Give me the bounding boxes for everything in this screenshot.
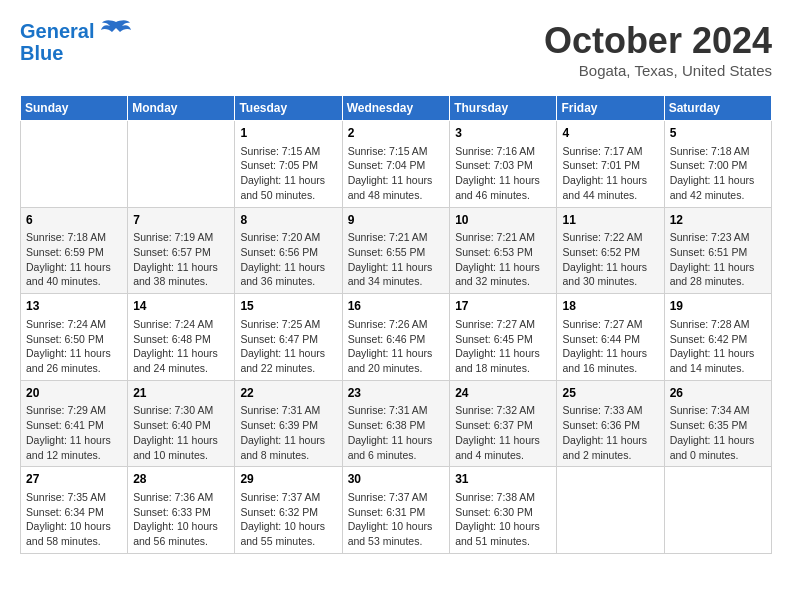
calendar-day-cell: 31Sunrise: 7:38 AM Sunset: 6:30 PM Dayli… xyxy=(450,467,557,554)
calendar-day-cell: 6Sunrise: 7:18 AM Sunset: 6:59 PM Daylig… xyxy=(21,207,128,294)
calendar-day-cell: 29Sunrise: 7:37 AM Sunset: 6:32 PM Dayli… xyxy=(235,467,342,554)
weekday-header-saturday: Saturday xyxy=(664,96,771,121)
calendar-week-5: 27Sunrise: 7:35 AM Sunset: 6:34 PM Dayli… xyxy=(21,467,772,554)
calendar-day-cell: 22Sunrise: 7:31 AM Sunset: 6:39 PM Dayli… xyxy=(235,380,342,467)
day-number: 23 xyxy=(348,385,445,402)
day-info: Sunrise: 7:37 AM Sunset: 6:31 PM Dayligh… xyxy=(348,490,445,549)
calendar-day-cell: 12Sunrise: 7:23 AM Sunset: 6:51 PM Dayli… xyxy=(664,207,771,294)
page-header: General Blue October 2024 Bogata, Texas,… xyxy=(20,20,772,79)
calendar-day-cell: 4Sunrise: 7:17 AM Sunset: 7:01 PM Daylig… xyxy=(557,121,664,208)
weekday-header-thursday: Thursday xyxy=(450,96,557,121)
day-info: Sunrise: 7:24 AM Sunset: 6:50 PM Dayligh… xyxy=(26,317,122,376)
day-number: 28 xyxy=(133,471,229,488)
day-number: 14 xyxy=(133,298,229,315)
weekday-header-row: SundayMondayTuesdayWednesdayThursdayFrid… xyxy=(21,96,772,121)
calendar-day-cell: 8Sunrise: 7:20 AM Sunset: 6:56 PM Daylig… xyxy=(235,207,342,294)
day-info: Sunrise: 7:34 AM Sunset: 6:35 PM Dayligh… xyxy=(670,403,766,462)
calendar-day-cell: 16Sunrise: 7:26 AM Sunset: 6:46 PM Dayli… xyxy=(342,294,450,381)
day-info: Sunrise: 7:35 AM Sunset: 6:34 PM Dayligh… xyxy=(26,490,122,549)
day-info: Sunrise: 7:26 AM Sunset: 6:46 PM Dayligh… xyxy=(348,317,445,376)
calendar-day-cell: 11Sunrise: 7:22 AM Sunset: 6:52 PM Dayli… xyxy=(557,207,664,294)
calendar-week-1: 1Sunrise: 7:15 AM Sunset: 7:05 PM Daylig… xyxy=(21,121,772,208)
day-number: 18 xyxy=(562,298,658,315)
day-number: 16 xyxy=(348,298,445,315)
day-number: 6 xyxy=(26,212,122,229)
calendar-day-cell: 10Sunrise: 7:21 AM Sunset: 6:53 PM Dayli… xyxy=(450,207,557,294)
calendar-day-cell: 5Sunrise: 7:18 AM Sunset: 7:00 PM Daylig… xyxy=(664,121,771,208)
day-number: 21 xyxy=(133,385,229,402)
day-number: 29 xyxy=(240,471,336,488)
calendar-day-cell: 15Sunrise: 7:25 AM Sunset: 6:47 PM Dayli… xyxy=(235,294,342,381)
day-info: Sunrise: 7:18 AM Sunset: 6:59 PM Dayligh… xyxy=(26,230,122,289)
day-info: Sunrise: 7:37 AM Sunset: 6:32 PM Dayligh… xyxy=(240,490,336,549)
day-number: 2 xyxy=(348,125,445,142)
day-info: Sunrise: 7:20 AM Sunset: 6:56 PM Dayligh… xyxy=(240,230,336,289)
day-info: Sunrise: 7:31 AM Sunset: 6:39 PM Dayligh… xyxy=(240,403,336,462)
day-number: 20 xyxy=(26,385,122,402)
calendar-table: SundayMondayTuesdayWednesdayThursdayFrid… xyxy=(20,95,772,554)
logo: General Blue xyxy=(20,20,132,64)
month-title: October 2024 xyxy=(544,20,772,62)
day-number: 17 xyxy=(455,298,551,315)
day-info: Sunrise: 7:18 AM Sunset: 7:00 PM Dayligh… xyxy=(670,144,766,203)
day-info: Sunrise: 7:27 AM Sunset: 6:44 PM Dayligh… xyxy=(562,317,658,376)
weekday-header-wednesday: Wednesday xyxy=(342,96,450,121)
calendar-day-cell: 25Sunrise: 7:33 AM Sunset: 6:36 PM Dayli… xyxy=(557,380,664,467)
day-number: 12 xyxy=(670,212,766,229)
location-subtitle: Bogata, Texas, United States xyxy=(544,62,772,79)
day-info: Sunrise: 7:25 AM Sunset: 6:47 PM Dayligh… xyxy=(240,317,336,376)
day-number: 9 xyxy=(348,212,445,229)
calendar-day-cell xyxy=(557,467,664,554)
day-info: Sunrise: 7:15 AM Sunset: 7:05 PM Dayligh… xyxy=(240,144,336,203)
calendar-day-cell: 13Sunrise: 7:24 AM Sunset: 6:50 PM Dayli… xyxy=(21,294,128,381)
day-number: 11 xyxy=(562,212,658,229)
calendar-day-cell: 7Sunrise: 7:19 AM Sunset: 6:57 PM Daylig… xyxy=(128,207,235,294)
day-info: Sunrise: 7:21 AM Sunset: 6:55 PM Dayligh… xyxy=(348,230,445,289)
day-number: 27 xyxy=(26,471,122,488)
calendar-week-3: 13Sunrise: 7:24 AM Sunset: 6:50 PM Dayli… xyxy=(21,294,772,381)
calendar-day-cell: 3Sunrise: 7:16 AM Sunset: 7:03 PM Daylig… xyxy=(450,121,557,208)
bird-icon xyxy=(100,18,132,46)
calendar-day-cell xyxy=(128,121,235,208)
calendar-day-cell xyxy=(21,121,128,208)
calendar-day-cell: 23Sunrise: 7:31 AM Sunset: 6:38 PM Dayli… xyxy=(342,380,450,467)
calendar-day-cell: 21Sunrise: 7:30 AM Sunset: 6:40 PM Dayli… xyxy=(128,380,235,467)
calendar-day-cell: 9Sunrise: 7:21 AM Sunset: 6:55 PM Daylig… xyxy=(342,207,450,294)
calendar-day-cell: 18Sunrise: 7:27 AM Sunset: 6:44 PM Dayli… xyxy=(557,294,664,381)
day-number: 25 xyxy=(562,385,658,402)
calendar-day-cell: 14Sunrise: 7:24 AM Sunset: 6:48 PM Dayli… xyxy=(128,294,235,381)
day-number: 1 xyxy=(240,125,336,142)
calendar-day-cell: 20Sunrise: 7:29 AM Sunset: 6:41 PM Dayli… xyxy=(21,380,128,467)
day-info: Sunrise: 7:29 AM Sunset: 6:41 PM Dayligh… xyxy=(26,403,122,462)
day-info: Sunrise: 7:17 AM Sunset: 7:01 PM Dayligh… xyxy=(562,144,658,203)
day-number: 19 xyxy=(670,298,766,315)
day-info: Sunrise: 7:28 AM Sunset: 6:42 PM Dayligh… xyxy=(670,317,766,376)
calendar-day-cell: 2Sunrise: 7:15 AM Sunset: 7:04 PM Daylig… xyxy=(342,121,450,208)
day-info: Sunrise: 7:24 AM Sunset: 6:48 PM Dayligh… xyxy=(133,317,229,376)
calendar-week-2: 6Sunrise: 7:18 AM Sunset: 6:59 PM Daylig… xyxy=(21,207,772,294)
day-info: Sunrise: 7:21 AM Sunset: 6:53 PM Dayligh… xyxy=(455,230,551,289)
day-number: 13 xyxy=(26,298,122,315)
day-number: 5 xyxy=(670,125,766,142)
day-info: Sunrise: 7:23 AM Sunset: 6:51 PM Dayligh… xyxy=(670,230,766,289)
day-number: 4 xyxy=(562,125,658,142)
calendar-day-cell xyxy=(664,467,771,554)
calendar-day-cell: 19Sunrise: 7:28 AM Sunset: 6:42 PM Dayli… xyxy=(664,294,771,381)
day-info: Sunrise: 7:31 AM Sunset: 6:38 PM Dayligh… xyxy=(348,403,445,462)
weekday-header-sunday: Sunday xyxy=(21,96,128,121)
logo-text: General Blue xyxy=(20,20,94,64)
calendar-header: SundayMondayTuesdayWednesdayThursdayFrid… xyxy=(21,96,772,121)
day-number: 30 xyxy=(348,471,445,488)
day-info: Sunrise: 7:33 AM Sunset: 6:36 PM Dayligh… xyxy=(562,403,658,462)
calendar-day-cell: 28Sunrise: 7:36 AM Sunset: 6:33 PM Dayli… xyxy=(128,467,235,554)
day-info: Sunrise: 7:16 AM Sunset: 7:03 PM Dayligh… xyxy=(455,144,551,203)
day-number: 15 xyxy=(240,298,336,315)
calendar-day-cell: 24Sunrise: 7:32 AM Sunset: 6:37 PM Dayli… xyxy=(450,380,557,467)
day-info: Sunrise: 7:19 AM Sunset: 6:57 PM Dayligh… xyxy=(133,230,229,289)
calendar-day-cell: 27Sunrise: 7:35 AM Sunset: 6:34 PM Dayli… xyxy=(21,467,128,554)
day-info: Sunrise: 7:27 AM Sunset: 6:45 PM Dayligh… xyxy=(455,317,551,376)
day-number: 22 xyxy=(240,385,336,402)
day-number: 8 xyxy=(240,212,336,229)
weekday-header-friday: Friday xyxy=(557,96,664,121)
day-number: 3 xyxy=(455,125,551,142)
